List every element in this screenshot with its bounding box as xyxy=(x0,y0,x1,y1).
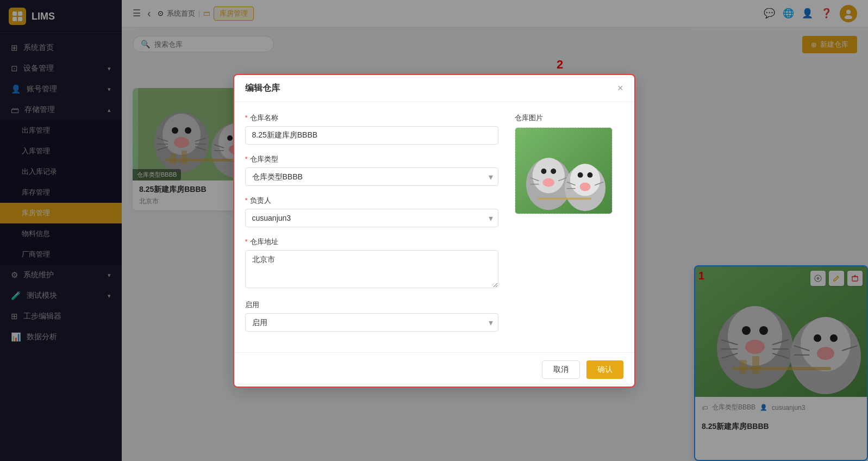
svg-point-69 xyxy=(570,164,600,196)
warehouse-type-select-wrap: 仓库类型BBBB ▾ xyxy=(245,167,498,186)
enable-select-wrap: 启用 ▾ xyxy=(245,313,498,332)
address-textarea[interactable]: 北京市 xyxy=(245,250,498,288)
svg-point-64 xyxy=(542,178,554,186)
svg-rect-76 xyxy=(538,197,591,200)
responsible-label: * 负责人 xyxy=(245,196,498,205)
svg-point-70 xyxy=(577,172,583,177)
modal-header: 编辑仓库 × xyxy=(234,75,634,102)
modal-form: * 仓库名称 * 仓库类型 仓库类型BBBB ▾ xyxy=(245,113,498,341)
warehouse-type-select[interactable]: 仓库类型BBBB xyxy=(245,167,498,186)
warehouse-preview-image xyxy=(515,127,612,214)
responsible-person-group: * 负责人 cusuanjun3 ▾ xyxy=(245,196,498,227)
edit-warehouse-modal: 编辑仓库 × * 仓库名称 * 仓库类型 xyxy=(233,74,635,388)
modal-close-button[interactable]: × xyxy=(617,83,623,93)
modal-body: * 仓库名称 * 仓库类型 仓库类型BBBB ▾ xyxy=(234,102,634,352)
warehouse-type-group: * 仓库类型 仓库类型BBBB ▾ xyxy=(245,154,498,186)
warehouse-type-label: * 仓库类型 xyxy=(245,154,498,164)
responsible-select-wrap: cusuanjun3 ▾ xyxy=(245,209,498,227)
address-label: * 仓库地址 xyxy=(245,237,498,247)
modal-overlay[interactable]: 编辑仓库 × * 仓库名称 * 仓库类型 xyxy=(0,0,868,461)
address-group: * 仓库地址 北京市 xyxy=(245,237,498,290)
cancel-button[interactable]: 取消 xyxy=(542,360,580,379)
image-preview-box[interactable] xyxy=(515,127,613,214)
svg-point-71 xyxy=(587,172,592,177)
warehouse-name-group: * 仓库名称 xyxy=(245,113,498,145)
enable-group: 启用 启用 ▾ xyxy=(245,300,498,332)
modal-title: 编辑仓库 xyxy=(245,83,280,94)
warehouse-name-label: * 仓库名称 xyxy=(245,113,498,123)
confirm-button[interactable]: 确认 xyxy=(586,360,623,379)
image-label: 仓库图片 xyxy=(515,113,623,123)
enable-select[interactable]: 启用 xyxy=(245,313,498,332)
svg-point-63 xyxy=(551,169,556,174)
warehouse-name-input[interactable] xyxy=(245,126,498,145)
modal-footer: 取消 确认 xyxy=(234,352,634,387)
enable-label: 启用 xyxy=(245,300,498,310)
modal-image-section: 仓库图片 xyxy=(515,113,623,341)
svg-point-62 xyxy=(541,169,546,174)
responsible-select[interactable]: cusuanjun3 xyxy=(245,209,498,227)
svg-point-61 xyxy=(532,158,564,193)
svg-point-72 xyxy=(579,182,590,191)
